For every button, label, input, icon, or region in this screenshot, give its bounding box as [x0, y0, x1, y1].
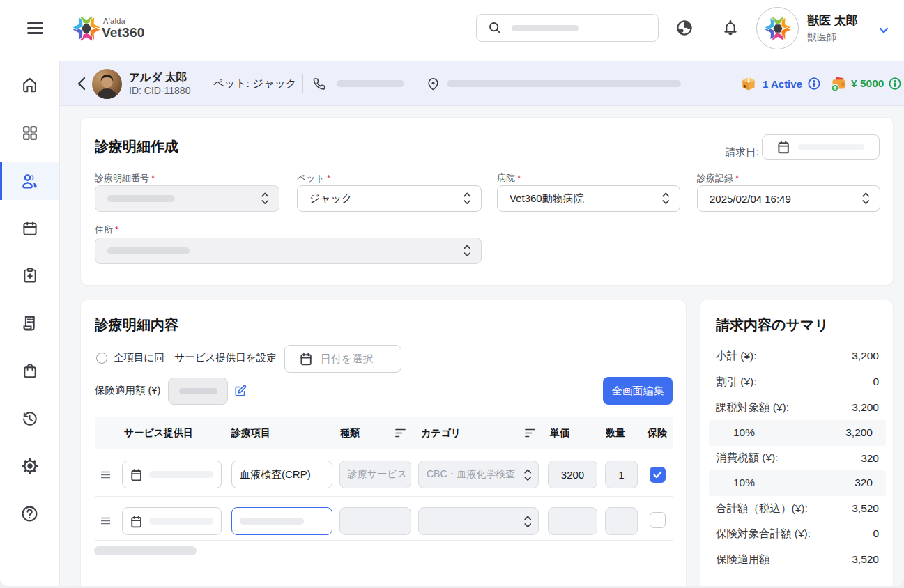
- summary-label: 請求額（保険適用後）: [716, 585, 824, 586]
- client-photo-avatar[interactable]: [92, 61, 122, 106]
- col-category: カテゴリ: [421, 427, 461, 440]
- invoice-no-skeleton: [107, 195, 175, 202]
- row1-item-input[interactable]: 血液検査(CRP): [231, 461, 332, 488]
- home-icon: [21, 76, 38, 93]
- calendar-icon: [130, 468, 143, 481]
- insurance-amount-input[interactable]: [168, 378, 228, 405]
- row1-date-input[interactable]: [122, 461, 222, 488]
- pet-select[interactable]: ジャック: [297, 185, 482, 212]
- receipt-icon: [21, 314, 38, 332]
- history-icon: [21, 410, 38, 427]
- col-type: 種類: [340, 427, 360, 440]
- user-menu-chevron-down-icon[interactable]: [879, 24, 889, 37]
- pet-select-value: ジャック: [309, 192, 352, 206]
- vet360-logo-icon: [72, 15, 100, 42]
- summary-value: 3,520: [852, 502, 879, 515]
- sidebar-item-patients[interactable]: [0, 162, 59, 200]
- insurance-amount-label: 保険適用額 (¥): [95, 384, 160, 397]
- divider: [302, 74, 303, 93]
- sort-type-icon[interactable]: [395, 428, 406, 438]
- items-table-header: サービス提供日 診療項目 種類 カテゴリ 単価 数量 保険: [95, 417, 673, 449]
- vet360-logo[interactable]: A'alda Vet360: [72, 15, 144, 42]
- sidebar-item-settings[interactable]: [0, 447, 59, 485]
- summary-label: 保険対象合計額 (¥):: [716, 527, 811, 541]
- calendar-icon: [299, 352, 313, 366]
- fullscreen-edit-button[interactable]: 全画面編集: [603, 377, 673, 405]
- calendar-icon: [130, 515, 143, 528]
- invoice-no-select[interactable]: [95, 185, 279, 212]
- row2-insurance-checkbox[interactable]: [650, 512, 666, 528]
- client-address: [427, 61, 681, 106]
- row1-insurance-checkbox[interactable]: [650, 467, 666, 483]
- sidebar-item-tasks[interactable]: [0, 256, 59, 294]
- client-info: アルダ 太郎 ID: CID-11880: [129, 61, 190, 106]
- sidebar-item-history[interactable]: [0, 399, 59, 438]
- global-search-input[interactable]: [476, 14, 659, 42]
- summary-value: 0: [873, 586, 879, 587]
- user-avatar[interactable]: [756, 7, 799, 49]
- user-info[interactable]: 獣医 太郎 獣医師: [807, 13, 858, 43]
- row1-qty-input: 1: [605, 461, 638, 488]
- summary-label: 課税対象額 (¥):: [716, 401, 789, 415]
- address-skeleton: [447, 80, 681, 87]
- summary-value: 3,200: [845, 426, 873, 439]
- billing-summary-card: 請求内容のサマリ 小計 (¥):3,200割引 (¥):0課税対象額 (¥):3…: [700, 300, 894, 586]
- hospital-field-label: 病院*: [497, 172, 521, 185]
- row1-category-select: CBC・血液化学検査: [418, 461, 539, 488]
- row2-item-input[interactable]: [231, 507, 332, 535]
- select-stepper-icon: [464, 192, 471, 205]
- select-stepper-icon: [862, 192, 870, 205]
- invoice-date-input[interactable]: [762, 134, 880, 160]
- label-text: 住所: [95, 224, 113, 235]
- address-select[interactable]: [95, 238, 482, 264]
- summary-row: 10%3,200: [709, 420, 886, 446]
- hospital-select[interactable]: Vet360動物病院: [497, 185, 680, 212]
- sidebar-item-dashboard[interactable]: [0, 114, 59, 152]
- client-context-bar: アルダ 太郎 ID: CID-11880 ペット: ジャック: [60, 61, 904, 106]
- same-date-checkbox[interactable]: [96, 353, 107, 364]
- language-globe-icon[interactable]: [677, 20, 692, 36]
- label-text: 病院: [497, 173, 515, 183]
- drag-handle-icon[interactable]: [100, 516, 111, 526]
- hamburger-menu-icon[interactable]: [27, 22, 43, 34]
- summary-row: 保険適用額3,520: [700, 547, 894, 573]
- label-text: ペット: [297, 173, 325, 183]
- address-field-label: 住所*: [95, 224, 118, 236]
- gear-icon: [22, 458, 38, 474]
- sidebar-item-home[interactable]: [0, 65, 59, 104]
- select-stepper-icon: [261, 192, 269, 205]
- back-button[interactable]: [77, 61, 86, 106]
- summary-value: 3,520: [852, 553, 879, 566]
- invoice-create-card: 診療明細作成 請求日: 診療明細番号* ペット* 病院* 診療記録* ジャック …: [80, 117, 894, 286]
- summary-value: 0: [873, 376, 879, 388]
- notifications-bell-icon[interactable]: [722, 20, 738, 36]
- record-select[interactable]: 2025/02/04 16:49: [697, 185, 880, 212]
- select-stepper-icon: [662, 192, 670, 205]
- credit-amount: ¥ 5000: [851, 77, 884, 90]
- active-info-icon[interactable]: [808, 77, 820, 90]
- label-text: 診療明細番号: [95, 173, 149, 183]
- app-window: A'alda Vet360: [0, 0, 904, 586]
- required-asterisk: *: [115, 224, 118, 235]
- summary-value: 320: [861, 452, 879, 465]
- summary-row: 課税対象額 (¥):3,200: [700, 395, 894, 421]
- edit-insurance-button[interactable]: [234, 385, 247, 397]
- divider: [204, 74, 204, 93]
- record-select-value: 2025/02/04 16:49: [710, 193, 791, 205]
- sort-category-icon[interactable]: [525, 428, 535, 438]
- sidebar-item-invoices[interactable]: [0, 304, 59, 342]
- row2-date-input[interactable]: [122, 507, 222, 535]
- pick-date-button[interactable]: 日付を選択: [284, 345, 401, 373]
- package-icon: [740, 75, 757, 92]
- sidebar-item-calendar[interactable]: [0, 209, 59, 247]
- hospital-select-value: Vet360動物病院: [510, 192, 584, 206]
- sidebar-item-shop[interactable]: [0, 351, 59, 389]
- row1-date-skeleton: [149, 471, 213, 478]
- sidebar-item-help[interactable]: [0, 495, 59, 533]
- active-plan-label: 1 Active: [763, 78, 802, 90]
- grid-icon: [22, 125, 38, 141]
- divider: [825, 74, 825, 93]
- summary-label: 小計 (¥):: [716, 349, 757, 364]
- drag-handle-icon[interactable]: [100, 470, 111, 480]
- credit-info-icon[interactable]: [889, 77, 901, 90]
